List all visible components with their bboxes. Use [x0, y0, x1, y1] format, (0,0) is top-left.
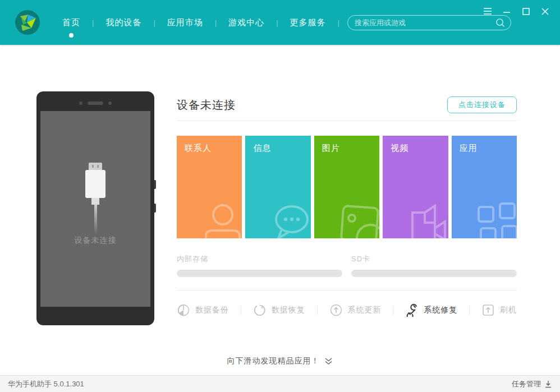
- messages-icon: [268, 200, 311, 238]
- internal-storage-label: 内部存储: [177, 254, 342, 264]
- videos-icon: [408, 200, 448, 238]
- main-nav: 首页 | 我的设备 | 应用市场 | 游戏中心 | 更多服务 |: [51, 0, 339, 45]
- nav-item-label: 应用市场: [167, 17, 203, 27]
- phone-illustration: 设备未连接: [36, 91, 154, 325]
- maximize-icon[interactable]: [518, 6, 533, 17]
- header-bar: 首页 | 我的设备 | 应用市场 | 游戏中心 | 更多服务 |: [0, 0, 560, 45]
- phone-speaker: [36, 102, 154, 105]
- main-content: 设备未连接 设备未连接 点击连接设备 联系人: [0, 45, 560, 375]
- nav-item-label: 首页: [62, 17, 80, 27]
- pictures-icon: [338, 200, 379, 238]
- phone-volume-button: [154, 180, 156, 189]
- sd-card-bar: [351, 270, 517, 277]
- phone-power-button: [154, 204, 156, 213]
- data-backup-button[interactable]: 数据备份: [177, 303, 229, 317]
- action-label: 数据备份: [195, 305, 229, 315]
- restore-icon: [253, 303, 267, 317]
- backup-icon: [177, 303, 190, 317]
- data-restore-button[interactable]: 数据恢复: [253, 303, 305, 317]
- nav-item-more-services[interactable]: 更多服务: [278, 0, 338, 45]
- action-separator: [393, 306, 393, 315]
- action-label: 系统更新: [348, 305, 382, 315]
- search-input[interactable]: [355, 19, 495, 27]
- action-label: 数据恢复: [272, 305, 305, 315]
- contacts-icon: [200, 201, 242, 238]
- flash-icon: [481, 303, 495, 317]
- nav-item-label: 游戏中心: [228, 17, 264, 27]
- content-column: 设备未连接 点击连接设备 联系人 信息: [177, 91, 517, 317]
- search-icon[interactable]: [495, 18, 505, 27]
- tile-messages[interactable]: 信息: [245, 136, 310, 238]
- hint-text: 向下滑动发现精品应用！: [227, 356, 320, 365]
- nav-item-app-market[interactable]: 应用市场: [155, 0, 215, 45]
- tile-videos[interactable]: 视频: [383, 136, 448, 238]
- phone-screen: 设备未连接: [40, 111, 150, 307]
- action-label: 系统修复: [424, 305, 457, 315]
- tile-label: 应用: [460, 143, 478, 154]
- repair-icon: [405, 303, 419, 317]
- page-title: 设备未连接: [177, 98, 236, 113]
- update-icon: [329, 303, 343, 317]
- task-manager-button[interactable]: 任务管理: [512, 379, 552, 389]
- title-divider: [177, 121, 517, 121]
- minimize-icon[interactable]: [499, 6, 514, 17]
- download-manager-icon: [544, 380, 552, 388]
- connect-device-button[interactable]: 点击连接设备: [447, 96, 517, 113]
- scroll-down-hint[interactable]: 向下滑动发现精品应用！: [0, 356, 560, 366]
- device-status-text: 设备未连接: [40, 236, 150, 246]
- system-update-button[interactable]: 系统更新: [329, 303, 382, 317]
- tile-apps[interactable]: 应用: [452, 136, 517, 238]
- search-box[interactable]: [347, 15, 511, 30]
- nav-item-label: 我的设备: [105, 17, 141, 27]
- tile-label: 联系人: [185, 143, 212, 154]
- action-toolbar: 数据备份 数据恢复 系统更新: [177, 303, 517, 317]
- status-bar: 华为手机助手 5.0.1.301 任务管理: [0, 375, 560, 392]
- system-repair-button[interactable]: 系统修复: [405, 303, 457, 317]
- tile-label: 视频: [391, 143, 408, 154]
- close-icon[interactable]: [538, 6, 552, 17]
- tile-pictures[interactable]: 图片: [314, 136, 379, 238]
- app-version-text: 华为手机助手 5.0.1.301: [8, 379, 84, 389]
- action-separator: [469, 306, 470, 315]
- storage-section: 内部存储 SD卡: [177, 254, 517, 277]
- nav-item-my-device[interactable]: 我的设备: [94, 0, 153, 45]
- tile-label: 信息: [253, 143, 271, 154]
- tile-label: 图片: [322, 143, 340, 154]
- category-tiles: 联系人 信息: [177, 136, 517, 238]
- nav-item-game-center[interactable]: 游戏中心: [217, 0, 276, 45]
- active-page-dot: [69, 33, 74, 38]
- menu-icon[interactable]: [480, 6, 495, 17]
- usb-plug-icon: [85, 163, 105, 234]
- app-logo-icon: [15, 10, 40, 35]
- sd-card-label: SD卡: [351, 254, 517, 264]
- hisuite-window: 首页 | 我的设备 | 应用市场 | 游戏中心 | 更多服务 |: [0, 0, 560, 392]
- action-separator: [317, 306, 318, 315]
- task-manager-label: 任务管理: [512, 379, 541, 389]
- double-chevron-down-icon: [324, 357, 333, 365]
- tile-contacts[interactable]: 联系人: [177, 136, 242, 238]
- nav-item-home[interactable]: 首页: [51, 0, 92, 45]
- window-controls: [480, 6, 552, 17]
- flash-rom-button[interactable]: 刷机: [481, 303, 517, 317]
- internal-storage-bar: [177, 270, 342, 277]
- apps-icon: [473, 199, 517, 238]
- nav-item-label: 更多服务: [290, 17, 326, 27]
- nav-separator: |: [338, 19, 339, 27]
- storage-divider: [177, 290, 517, 290]
- action-separator: [241, 306, 241, 315]
- action-label: 刷机: [500, 305, 517, 315]
